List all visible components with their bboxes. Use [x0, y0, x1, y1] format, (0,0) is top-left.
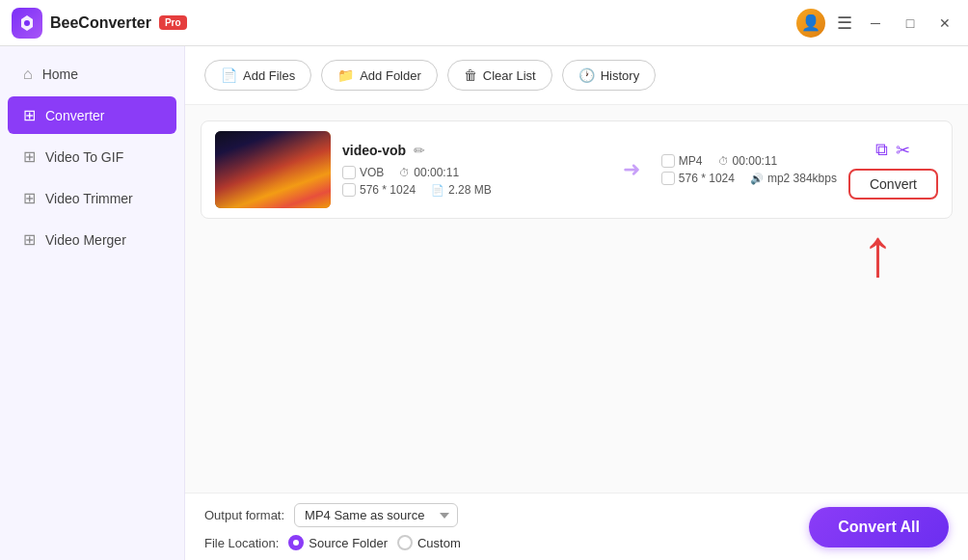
sidebar-item-video-trimmer[interactable]: ⊞ Video Trimmer: [8, 179, 176, 217]
source-size: 📄 2.28 MB: [431, 183, 492, 197]
minimize-button[interactable]: ─: [864, 12, 887, 35]
file-name: video-vob: [342, 143, 406, 158]
sidebar: ⌂ Home ⊞ Converter ⊞ Video To GIF ⊞ Vide…: [0, 46, 185, 560]
output-format-value: MP4: [679, 154, 703, 168]
video-gif-icon: ⊞: [23, 147, 36, 166]
clock-icon: ⏱: [399, 167, 410, 178]
output-res-checkbox: [661, 172, 675, 185]
output-format-select[interactable]: MP4 Same as source MP4 AVI MOV: [294, 503, 458, 527]
output-format-checkbox: [661, 154, 675, 168]
file-actions: ⧉ ✂ Convert: [848, 140, 938, 200]
edit-icon[interactable]: ✏: [414, 143, 425, 158]
app-title: BeeConverter: [50, 14, 151, 32]
bottom-bar: Output format: MP4 Same as source MP4 AV…: [185, 493, 968, 560]
file-location-row: File Location: Source Folder Custom: [204, 535, 461, 550]
output-audio-value: mp2 384kbps: [767, 172, 837, 185]
merger-icon: ⊞: [23, 230, 36, 249]
convert-button[interactable]: Convert: [848, 169, 938, 200]
file-output-info: MP4 ⏱ 00:00:11 576 * 1024 🔊: [661, 154, 837, 185]
custom-radio-indicator: [397, 535, 413, 550]
source-folder-radio[interactable]: Source Folder: [288, 535, 388, 550]
sidebar-item-converter[interactable]: ⊞ Converter: [8, 96, 176, 134]
menu-icon[interactable]: ☰: [837, 13, 852, 34]
history-label: History: [601, 68, 639, 83]
arrow-annotation: ↑: [201, 219, 953, 286]
source-duration-value: 00:00:11: [414, 166, 459, 179]
sidebar-item-label: Video Trimmer: [45, 191, 133, 206]
pro-badge: Pro: [159, 15, 187, 30]
file-location-label: File Location:: [204, 536, 279, 550]
clear-list-button[interactable]: 🗑 Clear List: [447, 60, 552, 91]
output-format-label: Output format:: [204, 508, 284, 522]
right-arrow-icon: ➜: [623, 157, 640, 182]
sidebar-item-label: Converter: [45, 108, 104, 123]
output-meta-row-2: 576 * 1024 🔊 mp2 384kbps: [661, 172, 837, 185]
main-layout: ⌂ Home ⊞ Converter ⊞ Video To GIF ⊞ Vide…: [0, 46, 968, 560]
add-files-icon: 📄: [221, 67, 237, 83]
output-duration-value: 00:00:11: [733, 154, 778, 168]
history-icon: 🕐: [578, 67, 595, 83]
thumbnail-image: [215, 131, 331, 208]
source-folder-label: Source Folder: [309, 536, 388, 550]
app-logo: [12, 8, 42, 39]
convert-all-button[interactable]: Convert All: [809, 507, 949, 547]
resolution-checkbox: [342, 183, 356, 197]
output-resolution: 576 * 1024: [661, 172, 735, 185]
output-format: MP4: [661, 154, 703, 168]
add-files-label: Add Files: [243, 68, 295, 83]
size-icon: 📄: [431, 184, 444, 197]
custom-radio[interactable]: Custom: [397, 535, 461, 550]
clear-icon: 🗑: [464, 67, 477, 83]
titlebar-left: BeeConverter Pro: [12, 8, 187, 39]
history-button[interactable]: 🕐 History: [562, 60, 656, 91]
custom-label: Custom: [417, 536, 461, 550]
source-duration: ⏱ 00:00:11: [399, 166, 459, 179]
add-folder-button[interactable]: 📁 Add Folder: [321, 60, 438, 91]
source-format-value: VOB: [360, 166, 384, 179]
file-item: video-vob ✏ VOB ⏱ 00:00:11: [201, 120, 953, 219]
add-folder-label: Add Folder: [360, 68, 421, 83]
audio-icon: 🔊: [750, 173, 764, 185]
add-files-button[interactable]: 📄 Add Files: [204, 60, 311, 91]
close-button[interactable]: ✕: [933, 12, 956, 35]
clear-list-label: Clear List: [483, 68, 536, 83]
output-audio: 🔊 mp2 384kbps: [750, 172, 837, 185]
restore-button[interactable]: □: [899, 12, 922, 35]
action-icons-row: ⧉ ✂: [875, 140, 910, 161]
output-meta-row-1: MP4 ⏱ 00:00:11: [661, 154, 837, 168]
home-icon: ⌂: [23, 66, 33, 83]
source-size-value: 2.28 MB: [448, 183, 492, 197]
red-arrow-icon: ↑: [861, 219, 895, 286]
titlebar-controls: 👤 ☰ ─ □ ✕: [796, 9, 956, 38]
add-folder-icon: 📁: [337, 67, 354, 83]
sidebar-item-home[interactable]: ⌂ Home: [8, 56, 176, 93]
file-thumbnail: [215, 131, 331, 208]
sidebar-item-label: Video To GIF: [45, 149, 123, 165]
sidebar-item-label: Home: [42, 67, 78, 82]
file-source-info: video-vob ✏ VOB ⏱ 00:00:11: [342, 143, 602, 197]
output-resolution-value: 576 * 1024: [679, 172, 735, 185]
output-format-row: Output format: MP4 Same as source MP4 AV…: [204, 503, 461, 527]
format-checkbox: [342, 166, 356, 179]
sidebar-item-video-merger[interactable]: ⊞ Video Merger: [8, 221, 176, 258]
content-area: 📄 Add Files 📁 Add Folder 🗑 Clear List 🕐 …: [185, 46, 968, 560]
convert-arrow: ➜: [613, 157, 650, 182]
source-folder-radio-indicator: [288, 535, 304, 550]
source-resolution-value: 576 * 1024: [360, 183, 416, 197]
avatar-icon[interactable]: 👤: [796, 9, 825, 38]
source-resolution: 576 * 1024: [342, 183, 416, 197]
toolbar: 📄 Add Files 📁 Add Folder 🗑 Clear List 🕐 …: [185, 46, 968, 105]
source-meta-row-2: 576 * 1024 📄 2.28 MB: [342, 183, 602, 197]
cut-icon[interactable]: ✂: [896, 140, 910, 161]
sidebar-item-label: Video Merger: [45, 232, 126, 248]
sidebar-item-video-to-gif[interactable]: ⊞ Video To GIF: [8, 138, 176, 175]
trimmer-icon: ⊞: [23, 189, 36, 207]
file-list-area: video-vob ✏ VOB ⏱ 00:00:11: [185, 105, 968, 493]
output-clock-icon: ⏱: [718, 155, 729, 167]
titlebar: BeeConverter Pro 👤 ☰ ─ □ ✕: [0, 0, 968, 46]
file-name-row: video-vob ✏: [342, 143, 602, 158]
copy-icon[interactable]: ⧉: [875, 140, 888, 161]
converter-icon: ⊞: [23, 106, 36, 124]
output-duration: ⏱ 00:00:11: [718, 154, 778, 168]
svg-point-1: [24, 20, 30, 26]
